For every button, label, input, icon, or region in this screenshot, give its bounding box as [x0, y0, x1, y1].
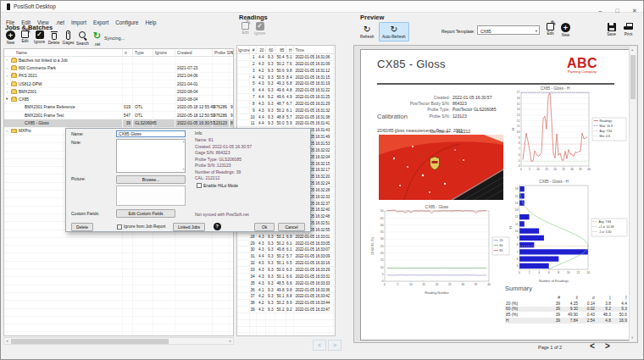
jobs-toolbar-search-button[interactable]: Search — [75, 30, 90, 50]
column-header-name[interactable]: Name — [4, 49, 123, 56]
reading-row[interactable]: 74.49.249.64.92022-01-05 16:31:25 — [237, 94, 335, 101]
save-button[interactable]: Save — [604, 23, 619, 42]
print-button[interactable]: Print — [621, 23, 636, 42]
reading-row[interactable]: 44.29.350.58.42022-01-05 16:31:15 — [237, 75, 335, 81]
scroll-down-icon[interactable]: ▾ — [631, 335, 633, 341]
reading-row[interactable]: 314.49.350.25.72022-01-05 16:33:09 — [237, 253, 335, 260]
readings-edit-button[interactable]: Edit — [238, 22, 253, 42]
reading-row[interactable]: 84.39.348.76.72022-01-05 16:31:29 — [237, 101, 335, 108]
reading-row[interactable]: 14.49.350.45.12022-01-05 16:31:06 — [237, 54, 335, 61]
reading-row[interactable]: 364.19.349.89.82022-01-05 16:33:36 — [237, 287, 335, 294]
enable-hilo-checkbox[interactable] — [197, 183, 202, 188]
jobs-horizontal-scrollbar[interactable]: ◂ ▸ — [3, 337, 234, 345]
readings-ignore-button[interactable]: Ignore — [253, 22, 267, 42]
column-header-probesn[interactable]: Probe S/N — [213, 49, 230, 56]
reading-row[interactable]: 114.49.350.05.92022-01-05 16:31:41 — [237, 120, 335, 127]
reading-row[interactable]: 374.29.350.18.82022-01-05 16:33:42 — [237, 293, 335, 300]
help-icon[interactable]: ? — [214, 223, 221, 230]
note-scroll-down-icon[interactable]: ▾ — [183, 169, 185, 172]
close-icon[interactable]: ✕ — [628, 5, 641, 16]
jobs-toolbar-edit-button[interactable]: Edit — [18, 30, 32, 50]
reading-row[interactable]: 284.39.350.16.92022-01-05 16:33:01 — [237, 234, 335, 241]
note-scroll-up-icon[interactable]: ▴ — [183, 141, 185, 144]
menu-item-net[interactable]: .net — [53, 18, 69, 26]
reading-row[interactable]: 104.49.348.85.72022-01-05 16:31:38 — [237, 114, 335, 121]
column-header-ignore[interactable]: Ignore — [153, 49, 175, 56]
cancel-button[interactable]: Cancel — [278, 223, 305, 231]
menu-item-import[interactable]: Import — [68, 18, 90, 26]
preview-vertical-scrollbar[interactable]: ▴ ▾ — [629, 47, 636, 341]
info-line: Created: 2022-01-05 16:30:57 — [195, 144, 252, 149]
plus-icon — [561, 23, 570, 32]
column-header-type[interactable]: Type — [133, 49, 153, 56]
column-header-20[interactable]: 20 — [257, 46, 266, 53]
scrollbar-thumb[interactable] — [11, 339, 169, 344]
scroll-right-icon[interactable]: ▸ — [230, 339, 231, 344]
scroll-left-icon[interactable]: ◂ — [6, 339, 8, 344]
column-header-85[interactable]: 85 — [275, 46, 286, 53]
reading-row[interactable]: 384.29.350.28.92022-01-05 16:33:44 — [237, 300, 335, 307]
reading-row[interactable]: 34.29.350.69.82022-01-05 16:31:12 — [237, 68, 335, 75]
menu-item-export[interactable]: Export — [90, 18, 112, 26]
reading-row[interactable]: 324.39.350.16.52022-01-05 16:33:16 — [237, 260, 335, 267]
tree-row[interactable]: ›BMX23012020-08-04 — [4, 88, 234, 96]
tree-row[interactable]: ›US812-DPW2021-04-01 — [4, 80, 234, 88]
report-prev-page-button[interactable]: < — [586, 341, 599, 352]
ok-button[interactable]: Ok — [254, 223, 275, 231]
jobs-toolbar-ignore-button[interactable]: Ignore — [32, 30, 47, 50]
column-header-gagesn[interactable]: Gage S/N — [230, 49, 234, 56]
tree-row[interactable]: ›Batches not linked to a Job — [4, 57, 234, 64]
svg-text:60: 60 — [500, 244, 503, 247]
reading-row[interactable]: 94.39.350.26.12022-01-05 16:31:32 — [237, 108, 335, 114]
edit-custom-fields-button[interactable]: Edit Custom Fields — [116, 209, 175, 218]
tree-row[interactable]: BMX2301 Frame Test547OTL2020-05-18 12:50… — [4, 112, 234, 119]
minimize-icon[interactable]: – — [593, 5, 607, 16]
column-header-h[interactable]: H — [286, 46, 294, 53]
svg-text:50: 50 — [380, 209, 384, 213]
jobs-toolbar-net-button[interactable]: .net — [90, 30, 104, 50]
reading-row[interactable]: 54.39.349.36.82022-01-05 16:31:19 — [237, 80, 335, 87]
reading-row[interactable]: 64.49.349.64.82022-01-05 16:31:22 — [237, 87, 335, 94]
browse-button[interactable]: Browse... — [116, 175, 186, 184]
jobs-toolbar-new-button[interactable]: New — [3, 30, 18, 50]
template-new-button[interactable]: New — [558, 23, 573, 42]
tree-row[interactable]: BMX2301 Frame Reference019OTL2020-05-18 … — [4, 104, 234, 112]
batch-name-input[interactable] — [116, 130, 186, 138]
scrollbar-thumb[interactable] — [630, 55, 636, 99]
reading-row[interactable]: 354.39.348.56.62022-01-05 16:33:33 — [237, 280, 335, 287]
column-header-60[interactable]: 60 — [266, 46, 275, 53]
readings-prev-page-button[interactable]: < — [313, 340, 326, 351]
reading-row[interactable]: 304.39.349.86.12022-01-05 16:33:07 — [237, 246, 335, 253]
scroll-up-icon[interactable]: ▴ — [631, 47, 633, 53]
column-header-[interactable]: # — [250, 46, 257, 53]
column-header-n[interactable]: n — [123, 49, 133, 56]
tree-row[interactable]: ›800 Commerce Park2021-07-23 — [4, 64, 234, 72]
auto-refresh-button[interactable]: Auto-Refresh — [379, 22, 409, 42]
ignore-from-job-report-checkbox[interactable] — [117, 224, 122, 230]
template-edit-button[interactable]: Edit — [543, 23, 558, 42]
jobs-toolbar-gages-button[interactable]: Gages — [61, 30, 75, 50]
tree-row[interactable]: ▾CX852020-08-04 — [4, 96, 234, 103]
tree-row[interactable]: CX85 - Gloss39GLS2060852022-01-05 16:30:… — [4, 119, 234, 127]
jobs-toolbar-delete-button[interactable]: Delete — [47, 30, 61, 50]
tree-row[interactable]: ›PKS 20212021-04-06 — [4, 73, 234, 80]
linked-jobs-button[interactable]: Linked Jobs — [173, 223, 205, 231]
svg-text:25: 25 — [562, 168, 565, 171]
refresh-button[interactable]: Refresh — [358, 23, 376, 42]
reading-row[interactable]: 24.39.350.27.62022-01-05 16:31:09 — [237, 61, 335, 68]
maximize-icon[interactable]: □ — [611, 5, 625, 16]
reading-row[interactable]: 334.39.350.06.32022-01-05 16:33:29 — [237, 267, 335, 274]
delete-button[interactable]: Delete — [71, 223, 93, 231]
menu-item-configure[interactable]: Configure — [112, 18, 142, 26]
reading-row[interactable]: 294.39.350.26.12022-01-05 16:33:05 — [237, 241, 335, 247]
report-next-page-button[interactable]: > — [601, 341, 614, 352]
menu-item-help[interactable]: Help — [142, 18, 159, 26]
column-header-created[interactable]: Created — [175, 49, 213, 56]
column-header-time[interactable]: Time — [294, 46, 334, 53]
reading-row[interactable]: 344.39.350.16.62022-01-05 16:33:31 — [237, 274, 335, 280]
note-textarea[interactable]: ▴ ▾ — [116, 139, 186, 173]
readings-next-page-button[interactable]: > — [328, 340, 341, 351]
column-header-ignore[interactable]: Ignore — [237, 46, 250, 53]
report-template-select[interactable]: CX85 ▾ — [477, 25, 540, 35]
reading-row[interactable]: 394.29.350.29.22022-01-05 16:33:47 — [237, 307, 335, 313]
